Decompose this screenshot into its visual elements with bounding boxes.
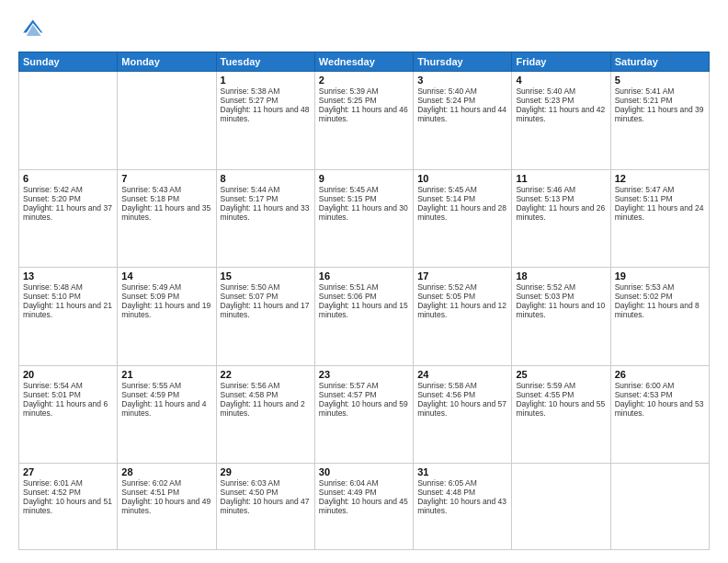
col-sunday: Sunday [19,52,118,72]
sunrise-text: Sunrise: 5:42 AM [23,185,113,194]
daylight-text: Daylight: 11 hours and 12 minutes. [417,301,507,319]
table-row: 6 Sunrise: 5:42 AM Sunset: 5:20 PM Dayli… [19,169,118,268]
table-row: 3 Sunrise: 5:40 AM Sunset: 5:24 PM Dayli… [414,72,512,170]
daylight-text: Daylight: 11 hours and 46 minutes. [319,105,409,123]
table-row: 28 Sunrise: 6:02 AM Sunset: 4:51 PM Dayl… [118,464,216,550]
daylight-text: Daylight: 11 hours and 42 minutes. [516,105,606,123]
daylight-text: Daylight: 11 hours and 6 minutes. [23,399,113,418]
sunrise-text: Sunrise: 5:55 AM [121,381,211,390]
table-row: 19 Sunrise: 5:53 AM Sunset: 5:02 PM Dayl… [610,268,709,366]
daylight-text: Daylight: 10 hours and 55 minutes. [516,399,606,418]
table-row: 9 Sunrise: 5:45 AM Sunset: 5:15 PM Dayli… [314,169,413,268]
daylight-text: Daylight: 11 hours and 17 minutes. [221,301,311,319]
daylight-text: Daylight: 10 hours and 43 minutes. [417,497,507,515]
day-number: 23 [319,369,409,380]
sunrise-text: Sunrise: 5:40 AM [516,86,606,96]
table-row: 8 Sunrise: 5:44 AM Sunset: 5:17 PM Dayli… [216,169,314,268]
sunrise-text: Sunrise: 6:05 AM [417,478,507,488]
col-wednesday: Wednesday [314,52,413,72]
sunset-text: Sunset: 4:57 PM [319,390,409,399]
day-number: 17 [417,270,507,282]
sunset-text: Sunset: 5:23 PM [516,96,606,105]
sunset-text: Sunset: 4:48 PM [417,488,507,497]
daylight-text: Daylight: 11 hours and 19 minutes. [121,301,211,319]
table-row: 21 Sunrise: 5:55 AM Sunset: 4:59 PM Dayl… [118,365,216,464]
sunrise-text: Sunrise: 5:59 AM [516,381,606,390]
sunset-text: Sunset: 5:15 PM [319,194,409,203]
sunset-text: Sunset: 5:05 PM [417,292,507,301]
table-row: 4 Sunrise: 5:40 AM Sunset: 5:23 PM Dayli… [512,72,610,170]
daylight-text: Daylight: 10 hours and 45 minutes. [319,497,409,515]
day-number: 28 [121,466,211,477]
table-row: 25 Sunrise: 5:59 AM Sunset: 4:55 PM Dayl… [512,365,610,464]
sunset-text: Sunset: 4:53 PM [615,390,705,399]
day-number: 19 [615,270,705,282]
sunrise-text: Sunrise: 6:00 AM [615,381,705,390]
daylight-text: Daylight: 10 hours and 51 minutes. [23,497,113,515]
day-number: 25 [516,369,606,380]
daylight-text: Daylight: 11 hours and 10 minutes. [516,301,606,319]
sunrise-text: Sunrise: 6:03 AM [221,478,311,488]
day-number: 6 [23,173,113,184]
table-row [19,72,118,170]
table-row: 15 Sunrise: 5:50 AM Sunset: 5:07 PM Dayl… [216,268,314,366]
sunset-text: Sunset: 4:52 PM [23,488,113,497]
sunrise-text: Sunrise: 5:45 AM [417,185,507,194]
table-row: 30 Sunrise: 6:04 AM Sunset: 4:49 PM Dayl… [314,464,413,550]
week-row-5: 27 Sunrise: 6:01 AM Sunset: 4:52 PM Dayl… [19,464,710,550]
day-number: 14 [121,270,211,282]
day-number: 31 [417,466,507,477]
week-row-1: 1 Sunrise: 5:38 AM Sunset: 5:27 PM Dayli… [19,72,710,170]
sunrise-text: Sunrise: 5:54 AM [23,381,113,390]
table-row [610,464,709,550]
daylight-text: Daylight: 11 hours and 4 minutes. [121,399,211,418]
table-row: 31 Sunrise: 6:05 AM Sunset: 4:48 PM Dayl… [414,464,512,550]
day-number: 20 [23,369,113,380]
sunset-text: Sunset: 5:03 PM [516,292,606,301]
table-row: 12 Sunrise: 5:47 AM Sunset: 5:11 PM Dayl… [610,169,709,268]
daylight-text: Daylight: 11 hours and 48 minutes. [221,105,311,123]
day-number: 7 [121,173,211,184]
table-row: 22 Sunrise: 5:56 AM Sunset: 4:58 PM Dayl… [216,365,314,464]
day-number: 13 [23,270,113,282]
day-number: 11 [516,173,606,184]
sunrise-text: Sunrise: 6:02 AM [121,478,211,488]
sunset-text: Sunset: 5:14 PM [417,194,507,203]
sunrise-text: Sunrise: 5:48 AM [23,282,113,292]
week-row-2: 6 Sunrise: 5:42 AM Sunset: 5:20 PM Dayli… [19,169,710,268]
daylight-text: Daylight: 10 hours and 47 minutes. [221,497,311,515]
sunset-text: Sunset: 5:24 PM [417,96,507,105]
table-row: 5 Sunrise: 5:41 AM Sunset: 5:21 PM Dayli… [610,72,709,170]
sunrise-text: Sunrise: 5:43 AM [121,185,211,194]
sunset-text: Sunset: 4:59 PM [121,390,211,399]
sunrise-text: Sunrise: 5:49 AM [121,282,211,292]
col-tuesday: Tuesday [216,52,314,72]
table-row: 23 Sunrise: 5:57 AM Sunset: 4:57 PM Dayl… [314,365,413,464]
day-number: 5 [615,75,705,86]
table-row [118,72,216,170]
sunrise-text: Sunrise: 5:50 AM [221,282,311,292]
table-row: 7 Sunrise: 5:43 AM Sunset: 5:18 PM Dayli… [118,169,216,268]
sunset-text: Sunset: 5:06 PM [319,292,409,301]
table-row: 20 Sunrise: 5:54 AM Sunset: 5:01 PM Dayl… [19,365,118,464]
sunset-text: Sunset: 5:25 PM [319,96,409,105]
day-number: 3 [417,75,507,86]
day-number: 2 [319,75,409,86]
daylight-text: Daylight: 11 hours and 2 minutes. [221,399,311,418]
sunset-text: Sunset: 4:58 PM [221,390,311,399]
page: Sunday Monday Tuesday Wednesday Thursday… [0,0,728,563]
sunrise-text: Sunrise: 5:44 AM [221,185,311,194]
table-row: 29 Sunrise: 6:03 AM Sunset: 4:50 PM Dayl… [216,464,314,550]
sunrise-text: Sunrise: 5:51 AM [319,282,409,292]
day-number: 12 [615,173,705,184]
day-number: 10 [417,173,507,184]
sunset-text: Sunset: 5:21 PM [615,96,705,105]
day-number: 1 [221,75,311,86]
day-number: 8 [221,173,311,184]
col-friday: Friday [512,52,610,72]
week-row-3: 13 Sunrise: 5:48 AM Sunset: 5:10 PM Dayl… [19,268,710,366]
sunrise-text: Sunrise: 5:58 AM [417,381,507,390]
sunset-text: Sunset: 4:56 PM [417,390,507,399]
sunset-text: Sunset: 4:50 PM [221,488,311,497]
sunrise-text: Sunrise: 5:53 AM [615,282,705,292]
